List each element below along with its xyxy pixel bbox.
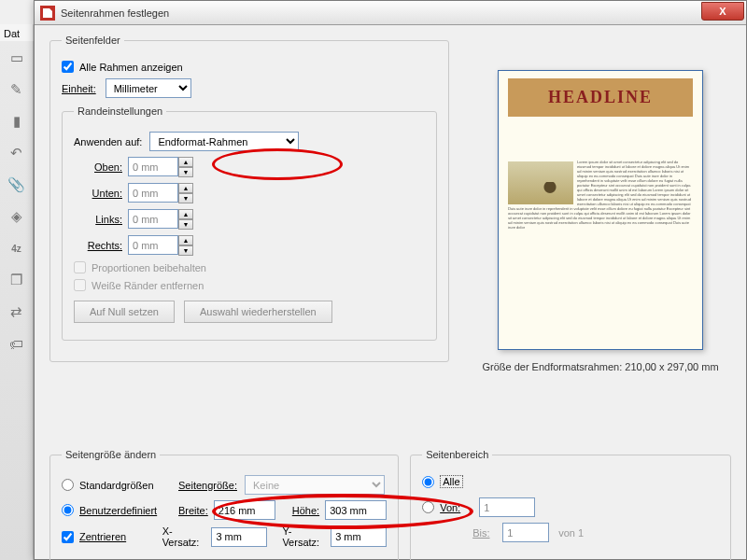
radio-from[interactable]	[422, 501, 434, 513]
label-height: Höhe:	[292, 505, 319, 516]
label-right: Rechts:	[74, 240, 122, 251]
input-from	[479, 497, 535, 517]
label-unit: Einheit:	[62, 83, 96, 94]
numbers-icon[interactable]: 4z	[6, 237, 28, 259]
label-show-all-frames: Alle Rahmen anzeigen	[79, 62, 183, 73]
checkbox-show-all-frames[interactable]	[62, 61, 74, 73]
select-pagesize: Keine	[245, 475, 385, 495]
radio-custom[interactable]	[62, 504, 74, 516]
label-left: Links:	[74, 214, 122, 225]
preview-headline: HEADLINE	[508, 78, 693, 117]
preview-body-text: Lorem ipsum dolor sit amet consectetur a…	[508, 160, 693, 230]
label-custom: Benutzerdefiniert	[79, 505, 173, 516]
copy-icon[interactable]: ❐	[6, 269, 28, 291]
swap-icon[interactable]: ⇄	[6, 301, 28, 323]
fieldset-margins: Randeinstellungen Anwenden auf: Endforma…	[62, 105, 437, 341]
label-pagesize: Seitengröße:	[178, 480, 237, 491]
label-all-pages: Alle	[440, 475, 462, 488]
spinner-top[interactable]: ▲▼	[178, 157, 193, 177]
legend-margins: Randeinstellungen	[74, 105, 166, 117]
label-yoffset: Y-Versatz:	[282, 525, 327, 548]
fieldset-page-range: Seitenbereich Alle Von: Bis: von 1	[410, 449, 731, 560]
button-set-zero[interactable]: Auf Null setzen	[74, 301, 175, 323]
spinner-right[interactable]: ▲▼	[178, 235, 193, 256]
label-to: Bis:	[472, 527, 497, 539]
radio-all-pages[interactable]	[422, 476, 434, 488]
undo-icon[interactable]: ↶	[6, 142, 28, 164]
preview-caption: Größe der Endformatsrahmen: 210,00 x 297…	[479, 361, 722, 372]
input-xoffset[interactable]	[211, 527, 267, 547]
label-xoffset: X-Versatz:	[162, 525, 208, 548]
preview-image	[508, 161, 573, 204]
input-width[interactable]	[214, 500, 275, 520]
label-constrain: Proportionen beibehalten	[92, 262, 206, 273]
label-of-total: von 1	[558, 527, 584, 539]
label-from: Von:	[440, 502, 473, 513]
checkbox-constrain	[74, 261, 86, 273]
label-width: Breite:	[178, 505, 208, 516]
dialog-title: Seitenrahmen festlegen	[61, 7, 169, 19]
label-remove-white: Weiße Ränder entfernen	[92, 280, 204, 291]
legend-change-page-size: Seitengröße ändern	[62, 449, 160, 460]
label-center: Zentrieren	[79, 531, 157, 542]
app-menubar: Dat	[0, 24, 34, 43]
tag-icon[interactable]: 🏷	[6, 332, 28, 355]
preview-pane: HEADLINE Lorem ipsum dolor sit amet cons…	[479, 70, 722, 397]
fieldset-page-fields: Seitenfelder Alle Rahmen anzeigen Einhei…	[49, 35, 449, 362]
page-icon[interactable]: ▭	[6, 47, 28, 69]
label-fixed-sizes: Standardgrößen	[79, 480, 173, 491]
signature-icon[interactable]: ✎	[6, 78, 28, 101]
legend-page-fields: Seitenfelder	[62, 35, 124, 46]
side-toolbar: ▭ ✎ ▮ ↶ 📎 ◈ 4z ❐ ⇄ 🏷	[0, 41, 34, 560]
bookmark-icon[interactable]: ▮	[6, 110, 28, 133]
spinner-bottom[interactable]: ▲▼	[178, 183, 193, 203]
radio-fixed-sizes[interactable]	[62, 479, 74, 491]
input-to	[502, 523, 549, 542]
input-height[interactable]	[325, 500, 387, 520]
checkbox-center[interactable]	[62, 531, 74, 543]
input-left[interactable]	[128, 209, 178, 229]
pdf-app-icon	[40, 6, 55, 21]
fieldset-change-page-size: Seitengröße ändern Standardgrößen Seiten…	[49, 449, 399, 560]
dialog-set-page-boxes: Seitenrahmen festlegen X Seitenfelder Al…	[34, 0, 747, 560]
select-apply-to[interactable]: Endformat-Rahmen	[149, 132, 299, 151]
label-apply-to: Anwenden auf:	[74, 136, 142, 147]
dialog-titlebar[interactable]: Seitenrahmen festlegen X	[35, 1, 746, 25]
spinner-left[interactable]: ▲▼	[178, 209, 193, 230]
menu-item-partial[interactable]: Dat	[4, 28, 20, 39]
layers-icon[interactable]: ◈	[6, 205, 28, 228]
label-top: Oben:	[74, 161, 122, 173]
select-unit[interactable]: Millimeter	[106, 78, 191, 98]
input-top[interactable]	[128, 157, 178, 176]
attach-icon[interactable]: 📎	[6, 174, 28, 196]
input-right[interactable]	[128, 235, 178, 255]
preview-page: HEADLINE Lorem ipsum dolor sit amet cons…	[498, 70, 703, 350]
input-bottom[interactable]	[128, 183, 178, 203]
checkbox-remove-white	[74, 279, 86, 291]
button-revert-selection[interactable]: Auswahl wiederherstellen	[184, 301, 332, 323]
label-bottom: Unten:	[74, 188, 122, 199]
input-yoffset[interactable]	[331, 527, 387, 547]
close-button[interactable]: X	[701, 2, 744, 21]
close-icon: X	[719, 6, 726, 17]
legend-page-range: Seitenbereich	[422, 449, 492, 460]
